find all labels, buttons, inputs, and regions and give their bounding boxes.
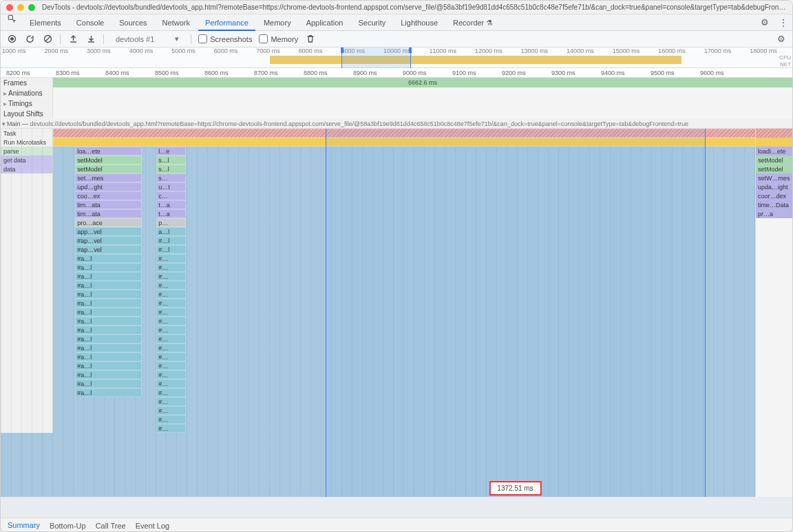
tab-security[interactable]: Security (351, 14, 392, 31)
main-track-header[interactable]: Main — devtools://devtools/bundled/devto… (1, 119, 792, 129)
tab-sources[interactable]: Sources (112, 14, 154, 31)
window-zoom-button[interactable] (28, 4, 35, 11)
record-icon[interactable] (6, 34, 17, 45)
frames-track[interactable]: Frames 6662.6 ms (1, 78, 792, 88)
flame-bar[interactable]: #a…l (75, 361, 142, 370)
tab-lighthouse[interactable]: Lighthouse (394, 14, 445, 31)
tab-network[interactable]: Network (156, 14, 197, 31)
flame-bar[interactable]: s…l (156, 164, 186, 173)
tab-recorder[interactable]: Recorder (446, 14, 500, 31)
reload-icon[interactable] (24, 34, 35, 45)
flame-bar[interactable]: loa…ete (75, 147, 142, 156)
flame-bar[interactable]: #… (156, 308, 186, 317)
flame-bar[interactable]: #… (156, 343, 186, 352)
flame-bar[interactable]: #… (156, 334, 186, 343)
btab-event-log[interactable]: Event Log (136, 520, 170, 532)
window-minimize-button[interactable] (17, 4, 24, 11)
flame-chart[interactable]: Task Run Microtasks parseloa…etel…eget d… (1, 129, 792, 497)
flame-bar[interactable]: #a…l (75, 379, 142, 388)
flame-bar[interactable]: #ap…vel (75, 245, 142, 254)
trash-icon[interactable] (305, 34, 316, 45)
window-close-button[interactable] (6, 4, 13, 11)
btab-bottom-up[interactable]: Bottom-Up (50, 520, 86, 532)
flame-bar-microtasks[interactable] (53, 138, 792, 147)
btab-summary[interactable]: Summary (8, 519, 40, 533)
flame-bar[interactable]: c… (156, 191, 186, 200)
flame-bar[interactable]: #a…l (75, 254, 142, 263)
upload-icon[interactable] (67, 34, 78, 45)
flame-bar[interactable]: #a…l (75, 290, 142, 299)
flame-bar[interactable]: #a…l (75, 272, 142, 281)
tab-memory[interactable]: Memory (257, 14, 298, 31)
flame-bar[interactable]: #… (156, 299, 186, 308)
flame-bar[interactable]: #… (156, 317, 186, 326)
animations-track[interactable]: ▸Animations (1, 88, 792, 98)
tab-application[interactable]: Application (299, 14, 350, 31)
screenshots-checkbox[interactable]: Screenshots (198, 34, 252, 43)
flame-bar[interactable]: #a…l (75, 263, 142, 272)
flame-bar[interactable]: tim…ata (75, 200, 142, 209)
settings-icon[interactable] (757, 14, 773, 31)
flame-bar[interactable]: #ap…vel (75, 236, 142, 245)
more-icon[interactable] (774, 14, 792, 31)
flame-bar[interactable]: a…l (156, 227, 186, 236)
inspect-icon[interactable] (3, 14, 21, 31)
flame-bar[interactable]: upd…ght (75, 182, 142, 191)
flame-bar[interactable]: #a…l (75, 308, 142, 317)
flame-bar[interactable]: #… (156, 326, 186, 334)
flame-bar[interactable]: tim…ata (75, 209, 142, 218)
flame-bar[interactable]: set…mes (75, 173, 142, 182)
flame-bar[interactable]: coo…ex (75, 191, 142, 200)
flame-bar[interactable]: #a…l (75, 334, 142, 343)
clear-icon[interactable] (42, 34, 53, 45)
flame-bar[interactable]: #… (156, 415, 186, 424)
flame-bar[interactable]: s…l (156, 156, 186, 164)
flame-bar[interactable]: #… (156, 388, 186, 397)
flame-bar[interactable]: #… (156, 272, 186, 281)
flame-bar[interactable]: #a…l (75, 388, 142, 397)
flame-bar[interactable]: #a…l (75, 317, 142, 326)
flame-bar[interactable]: #a…l (75, 299, 142, 308)
flame-bar[interactable]: #…l (156, 245, 186, 254)
tab-console[interactable]: Console (70, 14, 111, 31)
flame-bar[interactable]: #… (156, 290, 186, 299)
flame-bar[interactable]: t…a (156, 200, 186, 209)
flame-bar[interactable]: #… (156, 263, 186, 272)
flame-bar[interactable]: #…l (156, 236, 186, 245)
profile-selector[interactable]: devtools #1 ▾ (111, 34, 184, 44)
flame-bar[interactable]: p… (156, 218, 186, 227)
flame-bar[interactable]: #… (156, 379, 186, 388)
btab-call-tree[interactable]: Call Tree (96, 520, 126, 532)
overview-minimap[interactable]: 1000 ms2000 ms3000 ms4000 ms5000 ms6000 … (1, 47, 792, 68)
memory-checkbox[interactable]: Memory (259, 34, 298, 43)
tab-performance[interactable]: Performance (198, 14, 255, 31)
flame-bar[interactable]: l…e (156, 147, 186, 156)
flame-bar[interactable]: u…t (156, 182, 186, 191)
flame-bar[interactable]: #a…l (75, 352, 142, 361)
flame-bar[interactable]: setModel (75, 156, 142, 164)
flame-bar[interactable]: #… (156, 254, 186, 263)
flame-bar[interactable]: t…a (156, 209, 186, 218)
flame-bar[interactable]: s… (156, 173, 186, 182)
flame-bar[interactable]: pro…ace (75, 218, 142, 227)
flame-bar[interactable]: #… (156, 361, 186, 370)
timings-track[interactable]: ▸Timings (1, 98, 792, 109)
detail-ruler[interactable]: 8200 ms8300 ms8400 ms8500 ms8600 ms8700 … (1, 68, 792, 78)
flame-bar[interactable]: #a…l (75, 281, 142, 290)
flame-bar[interactable]: #a…l (75, 370, 142, 379)
flame-bar[interactable]: #… (156, 281, 186, 290)
download-icon[interactable] (85, 34, 96, 45)
perf-settings-icon[interactable] (776, 34, 787, 45)
flame-bar[interactable]: #… (156, 370, 186, 379)
tab-elements[interactable]: Elements (23, 14, 68, 31)
flame-bar[interactable]: #a…l (75, 343, 142, 352)
flame-bar[interactable]: setModel (75, 164, 142, 173)
flame-bar[interactable]: #… (156, 406, 186, 415)
tracks-area[interactable]: Frames 6662.6 ms ▸Animations ▸Timings La… (1, 78, 792, 518)
flame-bar[interactable]: app…vel (75, 227, 142, 236)
flame-bar-task[interactable] (53, 129, 792, 138)
flame-bar[interactable]: #… (156, 397, 186, 406)
flame-bar[interactable]: #… (156, 424, 186, 433)
flame-bar[interactable]: #a…l (75, 326, 142, 334)
layout-shifts-track[interactable]: Layout Shifts (1, 109, 792, 119)
